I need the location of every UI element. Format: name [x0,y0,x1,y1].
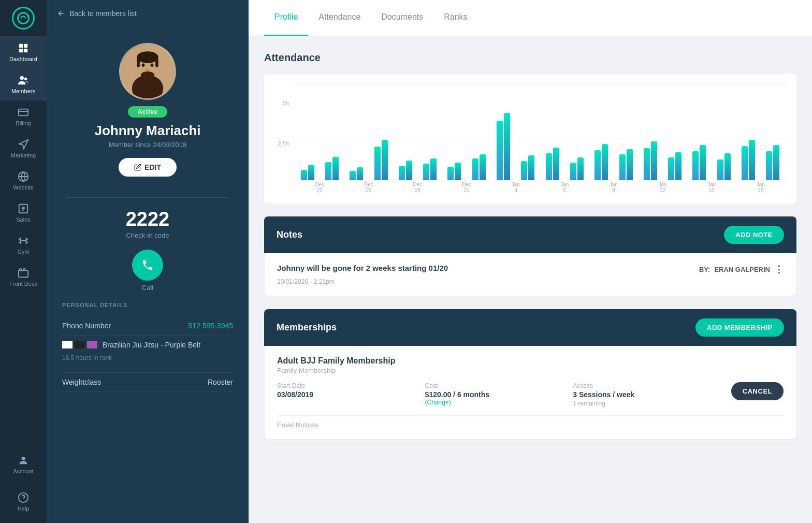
nav-marketing-label: Marketing [11,152,36,158]
bar [472,158,479,180]
svg-rect-4 [24,49,27,52]
svg-point-0 [18,13,29,24]
nav-bar: Dashboard Members Billing Marketing Webs… [0,0,47,523]
y-label-2-5h: 2.5h [274,140,289,147]
avatar [119,43,176,100]
bar [350,171,356,180]
svg-rect-2 [24,44,27,48]
tab-attendance[interactable]: Attendance [308,0,371,36]
edit-button[interactable]: EDIT [119,158,177,177]
bar [553,148,559,180]
sidebar-item-account[interactable]: Account [0,448,47,481]
bar [521,161,527,180]
email-notices-label: Email Notices [277,421,318,429]
tab-documents[interactable]: Documents [371,0,433,36]
bar [773,145,779,180]
belt-black-stripe [75,341,85,348]
bar [480,154,486,180]
sidebar-item-help[interactable]: Help [0,486,47,518]
bar-group-8 [492,95,514,180]
sidebar-item-website[interactable]: Website [0,165,47,197]
tabs-bar: Profile Attendance Documents Ranks [249,0,812,36]
chart-container: 5h 2.5h [264,74,796,204]
svg-rect-7 [19,109,28,116]
start-date-value: 03/08/2019 [277,390,425,399]
memberships-title: Memberships [277,322,337,333]
svg-point-22 [151,63,154,67]
sidebar-item-frontdesk[interactable]: Front Desk [0,261,47,293]
svg-rect-3 [19,49,23,52]
bar [675,152,682,180]
access-remaining: 1 remaining [573,400,721,407]
bar [406,161,412,180]
bar [382,140,388,180]
svg-point-12 [21,457,25,460]
bar [651,141,657,180]
bar [430,158,437,180]
phone-value[interactable]: 512 595-3945 [189,322,233,330]
bar [497,121,503,180]
memberships-section: Memberships ADD MEMBERSHIP Adult BJJ Fam… [264,309,796,440]
note-main: Johnny will be gone for 2 weeks starting… [277,264,784,275]
cost-change[interactable]: (Change) [425,399,573,406]
bar-group-15 [663,95,686,180]
svg-point-21 [142,63,145,67]
bar [717,159,723,180]
bar [332,157,339,180]
x-label-dec28: Dec28 [394,182,441,193]
bar [766,151,772,180]
belt-name: Brazilian Jiu Jitsu - Purple Belt [103,341,200,349]
bar-group-4 [394,95,416,180]
svg-point-20 [141,71,154,78]
start-date-group: Start Date 03/08/2019 [277,382,425,399]
note-timestamp: 20/01/2020 - 1:21pm [277,278,784,285]
bar-group-12 [590,95,613,180]
sidebar-item-marketing[interactable]: Marketing [0,133,47,165]
bar [301,170,307,180]
weightclass-label: Weightclass [62,378,101,386]
note-options-icon[interactable]: ⋮ [774,264,784,275]
x-label-jan6: Jan6 [541,182,588,193]
bar [594,150,601,180]
bar [447,167,454,180]
y-label-5h: 5h [274,100,289,106]
sidebar-item-sales[interactable]: Sales [0,197,47,229]
sidebar-item-billing[interactable]: Billing [0,100,47,133]
bar-group-2 [345,95,368,180]
cancel-membership-button[interactable]: CANCEL [731,382,784,400]
add-membership-button[interactable]: ADD MEMBERSHIP [695,318,784,337]
nav-gym-label: Gym [17,249,29,255]
bar [577,157,584,180]
bar-group-0 [296,95,318,180]
add-note-button[interactable]: ADD NOTE [724,226,784,244]
bar-group-14 [639,95,661,180]
membership-details: Start Date 03/08/2019 Cost $120.00 / 6 m… [277,382,784,407]
access-label: Access [573,382,721,389]
personal-details-section: PERSONAL DETAILS Phone Number 512 595-39… [47,292,249,402]
phone-label: Phone Number [62,322,111,330]
bar-group-10 [541,95,563,180]
belt-hours: 16.5 hours in rank [62,354,112,367]
svg-point-6 [24,78,27,81]
bar-group-17 [713,95,735,180]
access-value: 3 Sessions / week [573,390,721,399]
personal-details-title: PERSONAL DETAILS [62,302,233,308]
nav-help-label: Help [18,505,30,512]
bar-group-1 [321,95,343,180]
call-button[interactable] [132,250,163,281]
membership-name: Adult BJJ Family Membership [277,356,784,366]
notes-title: Notes [277,229,302,240]
bar [528,155,534,180]
svg-point-23 [146,69,149,71]
nav-website-label: Website [13,184,34,191]
tab-profile[interactable]: Profile [264,0,308,36]
bar [504,113,510,180]
x-label-jan9: Jan9 [590,182,637,193]
bar [455,163,461,180]
tab-ranks[interactable]: Ranks [433,0,477,36]
back-to-members-link[interactable]: Back to members list [47,0,249,27]
sidebar-item-members[interactable]: Members [0,68,47,100]
bar [570,163,576,180]
sidebar-item-dashboard[interactable]: Dashboard [0,36,47,68]
sidebar-item-gym[interactable]: Gym [0,229,47,261]
